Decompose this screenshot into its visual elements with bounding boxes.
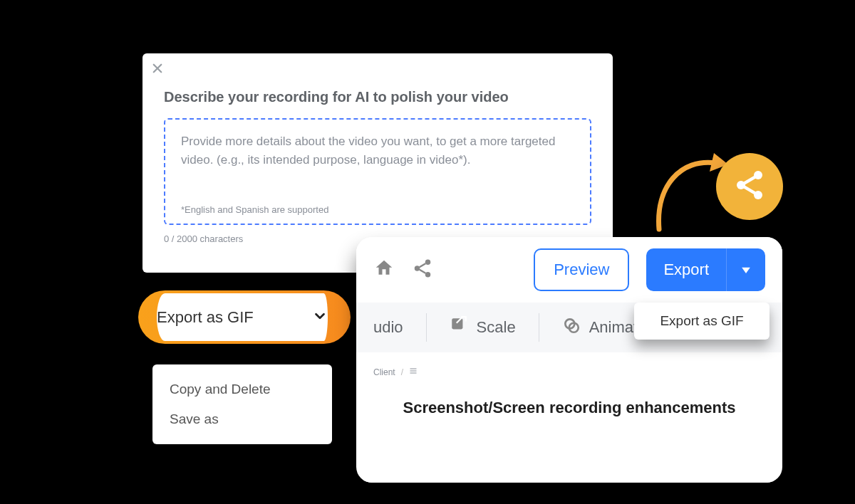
hamburger-icon[interactable] bbox=[409, 367, 418, 377]
divider bbox=[426, 313, 427, 342]
ai-description-textarea[interactable]: Provide more details about the video you… bbox=[164, 118, 591, 225]
breadcrumb: Client / bbox=[363, 367, 775, 377]
editor-topbar: Preview Export bbox=[356, 237, 782, 303]
document-title: Screenshot/Screen recording enhancements bbox=[363, 399, 775, 417]
tool-audio[interactable]: udio bbox=[363, 311, 413, 344]
svg-marker-5 bbox=[742, 268, 750, 273]
svg-point-4 bbox=[425, 272, 431, 278]
breadcrumb-separator: / bbox=[401, 367, 403, 377]
export-as-gif-label: Export as GIF bbox=[157, 308, 254, 327]
share-icon[interactable] bbox=[412, 258, 433, 282]
tool-audio-label: udio bbox=[373, 318, 403, 337]
document-preview: Client / Screenshot/Screen recording enh… bbox=[363, 358, 775, 483]
ai-footnote: *English and Spanish are supported bbox=[181, 204, 574, 215]
share-icon bbox=[732, 168, 767, 205]
preview-button[interactable]: Preview bbox=[534, 248, 629, 291]
context-menu-item-save-as[interactable]: Save as bbox=[152, 404, 332, 434]
svg-point-3 bbox=[415, 266, 420, 271]
chevron-down-icon bbox=[312, 308, 328, 327]
export-dropdown-item-gif[interactable]: Export as GIF bbox=[634, 303, 770, 340]
context-menu-item-copy-delete[interactable]: Copy and Delete bbox=[152, 374, 332, 404]
context-menu: Copy and Delete Save as bbox=[152, 364, 332, 444]
close-icon[interactable] bbox=[151, 62, 164, 77]
animation-icon bbox=[562, 316, 581, 339]
breadcrumb-item[interactable]: Client bbox=[373, 367, 395, 377]
ai-placeholder-text: Provide more details about the video you… bbox=[181, 132, 574, 169]
export-button[interactable]: Export bbox=[646, 248, 727, 291]
tool-scale-label: Scale bbox=[477, 318, 516, 337]
home-icon[interactable] bbox=[373, 258, 395, 282]
tool-scale[interactable]: Scale bbox=[440, 311, 526, 344]
export-button-group: Export bbox=[646, 248, 765, 291]
export-dropdown-caret[interactable] bbox=[727, 248, 765, 291]
share-badge[interactable] bbox=[716, 153, 783, 220]
scale-icon bbox=[450, 316, 468, 339]
ai-panel-title: Describe your recording for AI to polish… bbox=[164, 89, 591, 105]
export-as-gif-dropdown[interactable]: Export as GIF bbox=[138, 290, 351, 344]
editor-card: Preview Export udio Scale bbox=[356, 237, 782, 483]
svg-point-2 bbox=[425, 260, 431, 266]
divider bbox=[539, 313, 539, 342]
svg-rect-6 bbox=[452, 318, 462, 329]
